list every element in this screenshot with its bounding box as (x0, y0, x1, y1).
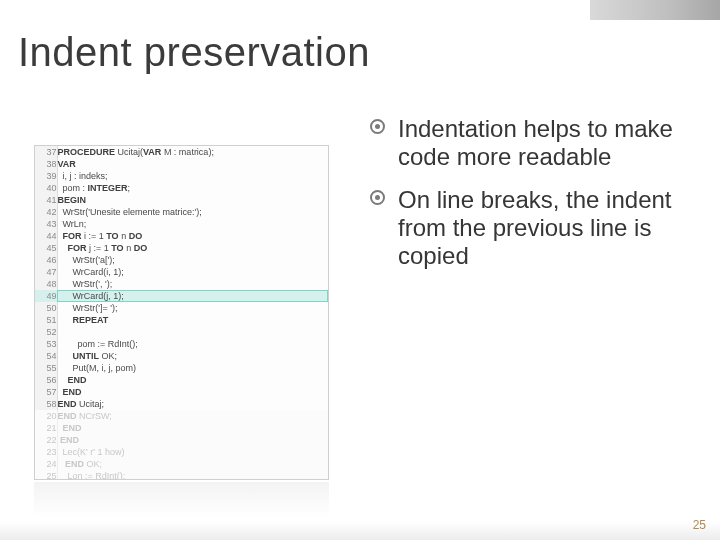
code-text: WrStr(', '); (57, 278, 328, 290)
code-line: 56 END (35, 374, 328, 386)
code-text: i, j : indeks; (57, 170, 328, 182)
code-line: 55 Put(M, i, j, pom) (35, 362, 328, 374)
code-line: 20END NCrSW; (35, 410, 328, 422)
line-number: 24 (35, 458, 57, 470)
code-line: 23 Lec(K' r' 1 how) (35, 446, 328, 458)
code-text: VAR (57, 158, 328, 170)
line-number: 42 (35, 206, 57, 218)
code-panel: 37PROCEDURE Ucitaj(VAR M : matrica);38VA… (34, 145, 329, 480)
code-text: END (57, 386, 328, 398)
line-number: 20 (35, 410, 57, 422)
line-number: 55 (35, 362, 57, 374)
code-line: 38VAR (35, 158, 328, 170)
code-line: 51 REPEAT (35, 314, 328, 326)
code-line: 46 WrStr('a['); (35, 254, 328, 266)
code-line: 47 WrCard(i, 1); (35, 266, 328, 278)
line-number: 22 (35, 434, 57, 446)
line-number: 46 (35, 254, 57, 266)
bullet-list: Indentation helps to make code more read… (370, 115, 690, 285)
line-number: 39 (35, 170, 57, 182)
code-line: 40 pom : INTEGER; (35, 182, 328, 194)
line-number: 43 (35, 218, 57, 230)
slide: Indent preservation 37PROCEDURE Ucitaj(V… (0, 0, 720, 540)
line-number: 57 (35, 386, 57, 398)
line-number: 52 (35, 326, 57, 338)
code-text: UNTIL OK; (57, 350, 328, 362)
code-text: Lec(K' r' 1 how) (57, 446, 328, 458)
code-text: FOR i := 1 TO n DO (57, 230, 328, 242)
line-number: 51 (35, 314, 57, 326)
code-text: FOR j := 1 TO n DO (57, 242, 328, 254)
code-line: 52 (35, 326, 328, 338)
line-number: 44 (35, 230, 57, 242)
code-text: END (57, 434, 328, 446)
code-text: WrCard(j, 1); (57, 290, 328, 302)
bullet-icon (370, 190, 385, 205)
code-line: 39 i, j : indeks; (35, 170, 328, 182)
code-text: END (57, 374, 328, 386)
code-line: 43 WrLn; (35, 218, 328, 230)
line-number: 21 (35, 422, 57, 434)
code-text: Put(M, i, j, pom) (57, 362, 328, 374)
code-line: 48 WrStr(', '); (35, 278, 328, 290)
code-text (57, 326, 328, 338)
code-text: PROCEDURE Ucitaj(VAR M : matrica); (57, 146, 328, 158)
slide-title: Indent preservation (18, 30, 370, 75)
code-line: 53 pom := RdInt(); (35, 338, 328, 350)
line-number: 23 (35, 446, 57, 458)
code-panel-inner: 37PROCEDURE Ucitaj(VAR M : matrica);38VA… (35, 146, 328, 479)
bottom-gradient (0, 522, 720, 540)
code-text: WrStr('a['); (57, 254, 328, 266)
code-line: 45 FOR j := 1 TO n DO (35, 242, 328, 254)
code-table: 37PROCEDURE Ucitaj(VAR M : matrica);38VA… (35, 146, 328, 479)
accent-strip (590, 0, 720, 20)
page-number: 25 (693, 518, 706, 532)
code-text: WrCard(i, 1); (57, 266, 328, 278)
bullet-text: On line breaks, the indent from the prev… (398, 186, 672, 270)
line-number: 25 (35, 470, 57, 479)
code-text: BEGIN (57, 194, 328, 206)
code-text: WrStr(']= '); (57, 302, 328, 314)
code-text: END NCrSW; (57, 410, 328, 422)
code-line: 22 END (35, 434, 328, 446)
code-line: 50 WrStr(']= '); (35, 302, 328, 314)
line-number: 49 (35, 290, 57, 302)
code-text: WrStr('Unesite elemente matrice:'); (57, 206, 328, 218)
line-number: 41 (35, 194, 57, 206)
code-line: 41BEGIN (35, 194, 328, 206)
code-line: 42 WrStr('Unesite elemente matrice:'); (35, 206, 328, 218)
code-text: END Ucitaj; (57, 398, 328, 410)
line-number: 50 (35, 302, 57, 314)
code-text: Lon := RdInt(); (57, 470, 328, 479)
line-number: 45 (35, 242, 57, 254)
line-number: 56 (35, 374, 57, 386)
bullet-item: On line breaks, the indent from the prev… (370, 186, 690, 271)
code-text: END (57, 422, 328, 434)
line-number: 38 (35, 158, 57, 170)
code-text: REPEAT (57, 314, 328, 326)
code-text: END OK; (57, 458, 328, 470)
bullet-item: Indentation helps to make code more read… (370, 115, 690, 172)
code-line: 25 Lon := RdInt(); (35, 470, 328, 479)
line-number: 37 (35, 146, 57, 158)
code-line: 54 UNTIL OK; (35, 350, 328, 362)
code-line: 57 END (35, 386, 328, 398)
code-line: 37PROCEDURE Ucitaj(VAR M : matrica); (35, 146, 328, 158)
line-number: 40 (35, 182, 57, 194)
code-text: pom : INTEGER; (57, 182, 328, 194)
line-number: 53 (35, 338, 57, 350)
code-line: 49 WrCard(j, 1); (35, 290, 328, 302)
bullet-text: Indentation helps to make code more read… (398, 115, 673, 170)
code-line: 24 END OK; (35, 458, 328, 470)
code-text: pom := RdInt(); (57, 338, 328, 350)
line-number: 48 (35, 278, 57, 290)
line-number: 58 (35, 398, 57, 410)
code-line: 58END Ucitaj; (35, 398, 328, 410)
line-number: 54 (35, 350, 57, 362)
code-line: 44 FOR i := 1 TO n DO (35, 230, 328, 242)
bullet-icon (370, 119, 385, 134)
code-text: WrLn; (57, 218, 328, 230)
line-number: 47 (35, 266, 57, 278)
code-line: 21 END (35, 422, 328, 434)
